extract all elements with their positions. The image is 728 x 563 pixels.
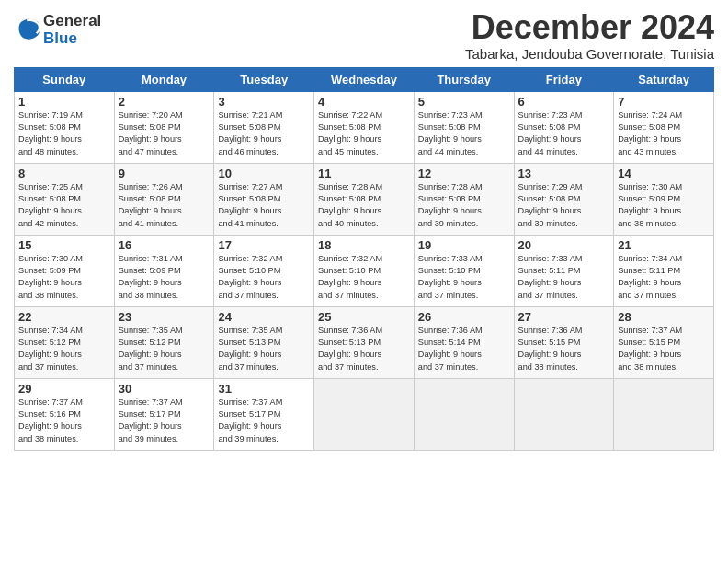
day-info: Sunrise: 7:37 AMSunset: 5:17 PMDaylight:… (218, 396, 310, 445)
header-row: SundayMondayTuesdayWednesdayThursdayFrid… (15, 67, 714, 91)
day-number: 18 (318, 238, 410, 252)
week-row-3: 15Sunrise: 7:30 AMSunset: 5:09 PMDayligh… (15, 235, 714, 306)
day-number: 24 (218, 310, 310, 324)
day-number: 9 (119, 167, 210, 180)
day-number: 6 (518, 95, 610, 109)
calendar-cell: 1Sunrise: 7:19 AMSunset: 5:08 PMDaylight… (15, 91, 115, 163)
calendar-cell (414, 378, 514, 450)
calendar-cell: 3Sunrise: 7:21 AMSunset: 5:08 PMDaylight… (214, 91, 314, 163)
day-number: 15 (18, 238, 110, 252)
calendar-cell: 15Sunrise: 7:30 AMSunset: 5:09 PMDayligh… (15, 235, 115, 306)
day-info: Sunrise: 7:28 AMSunset: 5:08 PMDaylight:… (318, 181, 410, 230)
calendar-cell: 7Sunrise: 7:24 AMSunset: 5:08 PMDaylight… (614, 91, 714, 163)
day-info: Sunrise: 7:30 AMSunset: 5:09 PMDaylight:… (618, 181, 710, 230)
day-number: 11 (318, 167, 410, 180)
calendar-cell: 21Sunrise: 7:34 AMSunset: 5:11 PMDayligh… (614, 235, 714, 306)
col-header-sunday: Sunday (15, 67, 115, 91)
day-number: 25 (318, 310, 410, 324)
calendar-cell: 18Sunrise: 7:32 AMSunset: 5:10 PMDayligh… (314, 235, 415, 306)
col-header-monday: Monday (114, 67, 214, 91)
day-number: 16 (119, 238, 210, 252)
day-info: Sunrise: 7:26 AMSunset: 5:08 PMDaylight:… (119, 181, 210, 230)
logo: General Blue (14, 13, 101, 47)
col-header-friday: Friday (514, 67, 614, 91)
day-info: Sunrise: 7:31 AMSunset: 5:09 PMDaylight:… (119, 253, 210, 302)
day-number: 27 (518, 310, 610, 324)
day-info: Sunrise: 7:27 AMSunset: 5:08 PMDaylight:… (218, 181, 310, 230)
day-info: Sunrise: 7:29 AMSunset: 5:08 PMDaylight:… (518, 181, 610, 230)
day-info: Sunrise: 7:32 AMSunset: 5:10 PMDaylight:… (218, 253, 310, 302)
calendar-cell (514, 378, 614, 450)
calendar-cell: 30Sunrise: 7:37 AMSunset: 5:17 PMDayligh… (114, 378, 214, 450)
day-info: Sunrise: 7:36 AMSunset: 5:14 PMDaylight:… (418, 325, 510, 373)
month-title: December 2024 (465, 9, 714, 46)
day-info: Sunrise: 7:22 AMSunset: 5:08 PMDaylight:… (318, 109, 410, 158)
day-number: 12 (418, 167, 510, 180)
calendar-cell: 28Sunrise: 7:37 AMSunset: 5:15 PMDayligh… (614, 306, 714, 378)
calendar-cell: 17Sunrise: 7:32 AMSunset: 5:10 PMDayligh… (214, 235, 314, 306)
calendar-cell: 11Sunrise: 7:28 AMSunset: 5:08 PMDayligh… (314, 163, 415, 235)
col-header-tuesday: Tuesday (214, 67, 314, 91)
day-number: 3 (218, 95, 310, 109)
day-number: 8 (18, 167, 110, 180)
day-number: 10 (218, 167, 310, 180)
col-header-wednesday: Wednesday (314, 67, 415, 91)
day-info: Sunrise: 7:23 AMSunset: 5:08 PMDaylight:… (518, 109, 610, 158)
calendar-cell: 10Sunrise: 7:27 AMSunset: 5:08 PMDayligh… (214, 163, 314, 235)
calendar-cell: 13Sunrise: 7:29 AMSunset: 5:08 PMDayligh… (514, 163, 614, 235)
day-info: Sunrise: 7:30 AMSunset: 5:09 PMDaylight:… (18, 253, 110, 302)
day-info: Sunrise: 7:37 AMSunset: 5:16 PMDaylight:… (18, 396, 110, 445)
calendar-cell: 20Sunrise: 7:33 AMSunset: 5:11 PMDayligh… (514, 235, 614, 306)
day-info: Sunrise: 7:25 AMSunset: 5:08 PMDaylight:… (18, 181, 110, 230)
day-info: Sunrise: 7:24 AMSunset: 5:08 PMDaylight:… (618, 109, 710, 158)
week-row-5: 29Sunrise: 7:37 AMSunset: 5:16 PMDayligh… (15, 378, 714, 450)
day-number: 23 (119, 310, 210, 324)
day-number: 31 (218, 382, 310, 396)
day-info: Sunrise: 7:23 AMSunset: 5:08 PMDaylight:… (418, 109, 510, 158)
day-info: Sunrise: 7:34 AMSunset: 5:11 PMDaylight:… (618, 253, 710, 302)
calendar-cell: 16Sunrise: 7:31 AMSunset: 5:09 PMDayligh… (114, 235, 214, 306)
calendar-cell: 9Sunrise: 7:26 AMSunset: 5:08 PMDaylight… (114, 163, 214, 235)
calendar-cell: 26Sunrise: 7:36 AMSunset: 5:14 PMDayligh… (414, 306, 514, 378)
week-row-4: 22Sunrise: 7:34 AMSunset: 5:12 PMDayligh… (15, 306, 714, 378)
day-info: Sunrise: 7:21 AMSunset: 5:08 PMDaylight:… (218, 109, 310, 158)
day-info: Sunrise: 7:32 AMSunset: 5:10 PMDaylight:… (318, 253, 410, 302)
week-row-1: 1Sunrise: 7:19 AMSunset: 5:08 PMDaylight… (15, 91, 714, 163)
day-number: 5 (418, 95, 510, 109)
col-header-thursday: Thursday (414, 67, 514, 91)
day-number: 21 (618, 238, 710, 252)
day-info: Sunrise: 7:28 AMSunset: 5:08 PMDaylight:… (418, 181, 510, 230)
day-number: 1 (18, 95, 110, 109)
week-row-2: 8Sunrise: 7:25 AMSunset: 5:08 PMDaylight… (15, 163, 714, 235)
day-info: Sunrise: 7:36 AMSunset: 5:15 PMDaylight:… (518, 325, 610, 373)
col-header-saturday: Saturday (614, 67, 714, 91)
calendar-cell: 6Sunrise: 7:23 AMSunset: 5:08 PMDaylight… (514, 91, 614, 163)
day-number: 26 (418, 310, 510, 324)
calendar-cell: 2Sunrise: 7:20 AMSunset: 5:08 PMDaylight… (114, 91, 214, 163)
calendar-cell: 24Sunrise: 7:35 AMSunset: 5:13 PMDayligh… (214, 306, 314, 378)
day-info: Sunrise: 7:36 AMSunset: 5:13 PMDaylight:… (318, 325, 410, 373)
logo-line2: Blue (43, 30, 101, 48)
calendar-cell: 4Sunrise: 7:22 AMSunset: 5:08 PMDaylight… (314, 91, 415, 163)
day-info: Sunrise: 7:37 AMSunset: 5:15 PMDaylight:… (618, 325, 710, 373)
calendar-cell: 25Sunrise: 7:36 AMSunset: 5:13 PMDayligh… (314, 306, 415, 378)
calendar-cell (314, 378, 415, 450)
day-number: 2 (119, 95, 210, 109)
day-number: 14 (618, 167, 710, 180)
calendar-cell: 14Sunrise: 7:30 AMSunset: 5:09 PMDayligh… (614, 163, 714, 235)
day-number: 13 (518, 167, 610, 180)
day-info: Sunrise: 7:35 AMSunset: 5:12 PMDaylight:… (119, 325, 210, 373)
day-info: Sunrise: 7:34 AMSunset: 5:12 PMDaylight:… (18, 325, 110, 373)
day-info: Sunrise: 7:33 AMSunset: 5:10 PMDaylight:… (418, 253, 510, 302)
day-number: 7 (618, 95, 710, 109)
calendar-table: SundayMondayTuesdayWednesdayThursdayFrid… (14, 67, 714, 451)
calendar-cell: 29Sunrise: 7:37 AMSunset: 5:16 PMDayligh… (15, 378, 115, 450)
day-info: Sunrise: 7:19 AMSunset: 5:08 PMDaylight:… (18, 109, 110, 158)
title-block: December 2024 Tabarka, Jendouba Governor… (465, 9, 714, 62)
calendar-cell: 31Sunrise: 7:37 AMSunset: 5:17 PMDayligh… (214, 378, 314, 450)
logo-icon (16, 16, 41, 41)
day-number: 20 (518, 238, 610, 252)
calendar-cell: 8Sunrise: 7:25 AMSunset: 5:08 PMDaylight… (15, 163, 115, 235)
day-number: 4 (318, 95, 410, 109)
day-number: 22 (18, 310, 110, 324)
